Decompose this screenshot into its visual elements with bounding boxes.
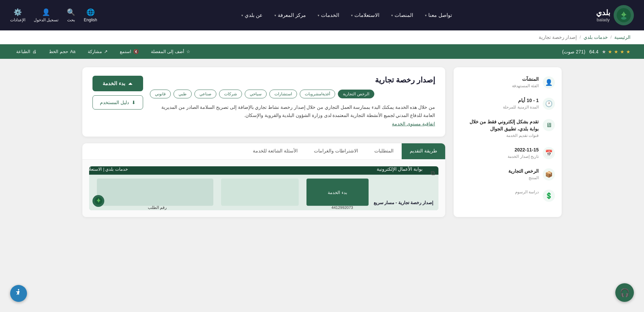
service-tags: الرخص التجارية أغذية/مشروبات استشارات سي… [150, 90, 435, 98]
svg-rect-7 [221, 178, 299, 206]
rating-value: 64.4 (271 صوت) [562, 49, 598, 54]
duration-label: المدة الزمنية للمرحلة [503, 105, 539, 110]
star-icon: ☆ [186, 49, 190, 54]
tag-commercial-licenses[interactable]: الرخص التجارية [338, 90, 374, 98]
search-button[interactable]: 🔍 بحث [67, 8, 75, 22]
chevron-down-icon: ▾ [274, 14, 276, 17]
logo-name-en: balady [596, 17, 610, 22]
nav-khadamat[interactable]: الخدمات ▾ [318, 12, 339, 18]
tag-legal[interactable]: قانوني [150, 90, 171, 98]
svg-text:خدمات بلدي | الاستعلام الإلكتر: خدمات بلدي | الاستعلام الإلكتروني | المن… [89, 167, 128, 172]
breadcrumb-current: إصدار رخصة تجارية [539, 34, 577, 40]
tab-application-method[interactable]: طريقة التقديم [402, 143, 445, 159]
font-size-button[interactable]: Aa حجم الخط [46, 48, 78, 55]
breadcrumb-sep-1: / [611, 35, 612, 40]
target-category-item: 👤 المنشآت الفئة المستهدفة [460, 76, 555, 89]
login-button[interactable]: 👤 تسجيل الدخول [34, 8, 58, 22]
target-category-label: الفئة المستهدفة [512, 83, 539, 88]
breadcrumb-sep-2: / [580, 35, 581, 40]
logo[interactable]: بلدي balady [596, 5, 634, 25]
print-button[interactable]: 🖨 الطباعة [14, 48, 39, 55]
accessibility-icon [15, 288, 23, 298]
date-label: تاريخ إصدار الخدمة [508, 154, 539, 159]
svg-text:بدء الخدمة: بدء الخدمة [328, 190, 347, 195]
tab-faq[interactable]: الأسئلة الشائعة للخدمة [245, 143, 306, 159]
tag-companies[interactable]: شركات [219, 90, 242, 98]
svg-rect-6 [97, 178, 213, 206]
tab-content: بوابة الأعمال الإلكترونية خدمات بلدي | ا… [82, 160, 445, 217]
service-buttons: ⏶ بدء الخدمة ⬇ دليل المستخدم [92, 76, 143, 110]
font-icon: Aa [70, 49, 76, 54]
channels-item: 🖥 تقدم بشكل إلكتروني فقط من خلال بوابة ب… [460, 118, 555, 138]
tabs-card: طريقة التقديم المتطلبات الاشتراطات والغر… [82, 143, 445, 217]
service-description: من خلال هذه الخدمة يمكنك البدء بممارسة ا… [150, 103, 435, 128]
share-icon: ↗ [104, 49, 108, 54]
svg-text:بوابة الأعمال الإلكترونية: بوابة الأعمال الإلكترونية [377, 166, 423, 172]
start-icon: ⏶ [128, 81, 133, 87]
chevron-down-icon: ▾ [318, 14, 319, 17]
header-actions: 🌐 English 🔍 بحث 👤 تسجيل الدخول ⚙️ الإعدا… [10, 8, 97, 22]
duration-value: 1 - 10 أيام [503, 97, 539, 104]
tag-food-beverages[interactable]: أغذية/مشروبات [300, 90, 335, 98]
share-button[interactable]: ↗ مشاركة [85, 48, 110, 55]
box-icon: 📦 [543, 168, 555, 181]
chevron-down-icon: ▾ [425, 14, 427, 17]
copy-icon: ⧉ [431, 170, 435, 177]
product-item: 📦 الرخص التجارية المنتج [460, 168, 555, 181]
star-3[interactable]: ★ [614, 49, 618, 54]
logo-name-ar: بلدي [596, 8, 610, 17]
settings-button[interactable]: ⚙️ الإعدادات [10, 8, 25, 22]
nav-an-balady[interactable]: عن بلدي ▾ [241, 12, 263, 18]
svg-text:رقم الطلب: رقم الطلب [148, 206, 167, 210]
channels-label: قنوات تقديم الخدمة [460, 133, 539, 138]
globe-icon: 🌐 [86, 8, 95, 16]
listen-button[interactable]: 🔇 استمع [117, 48, 141, 55]
accessibility-button[interactable] [10, 285, 27, 302]
nav-tawasol[interactable]: تواصل معنا ▾ [425, 12, 452, 18]
chevron-down-icon: ▾ [391, 14, 393, 17]
rating-section: ★ ★ ★ ★ ★ 64.4 (271 صوت) [562, 49, 630, 54]
date-item: 📅 2022-11-15 تاريخ إصدار الخدمة [460, 146, 555, 159]
tab-conditions-fines[interactable]: الاشتراطات والغرامات [306, 143, 366, 159]
video-caption: إصدار رخصة تجارية - مسار سريع [374, 200, 433, 205]
star-5[interactable]: ★ [602, 49, 606, 54]
video-thumbnail[interactable]: بوابة الأعمال الإلكترونية خدمات بلدي | ا… [89, 166, 438, 210]
tabs-row: طريقة التقديم المتطلبات الاشتراطات والغر… [82, 143, 445, 160]
service-level-link[interactable]: اتفاقية مستوى الخدمة [392, 121, 435, 126]
nav-manassat[interactable]: المنصات ▾ [391, 12, 413, 18]
star-2[interactable]: ★ [620, 49, 624, 54]
tag-tourism[interactable]: سياحي [245, 90, 267, 98]
service-sidebar: 👤 المنشآت الفئة المستهدفة 🕐 1 - 10 أيام … [454, 67, 562, 217]
logo-icon [614, 5, 634, 25]
monitor-icon: 🖥 [543, 119, 555, 131]
user-guide-button[interactable]: ⬇ دليل المستخدم [92, 95, 143, 110]
english-toggle[interactable]: 🌐 English [84, 8, 97, 22]
person-icon: 👤 [543, 76, 555, 89]
breadcrumb: الرئيسية / خدمات بلدي / إصدار رخصة تجاري… [0, 30, 644, 44]
svg-point-13 [18, 289, 19, 290]
breadcrumb-home[interactable]: الرئيسية [614, 34, 630, 40]
fees-item: 💲 دراسة الرسوم [460, 189, 555, 202]
breadcrumb-services[interactable]: خدمات بلدي [584, 34, 608, 40]
speaker-icon: 🔇 [133, 49, 139, 54]
tag-consultations[interactable]: استشارات [269, 90, 297, 98]
gear-icon: ⚙️ [14, 8, 22, 16]
header: بلدي balady تواصل معنا ▾ المنصات ▾ الاست… [0, 0, 644, 30]
star-4[interactable]: ★ [608, 49, 612, 54]
main-nav: تواصل معنا ▾ المنصات ▾ الاستعلامات ▾ الخ… [97, 12, 596, 18]
svg-text:4412992073: 4412992073 [331, 206, 353, 210]
add-favorite-button[interactable]: ☆ أضف إلى المفضلة [148, 48, 193, 55]
support-widget[interactable]: 🎧 [615, 283, 634, 302]
tag-medical[interactable]: طبي [173, 90, 192, 98]
nav-markazmaerifa[interactable]: مركز المعرفة ▾ [274, 12, 306, 18]
tab-requirements[interactable]: المتطلبات [366, 143, 402, 159]
headset-icon: 🎧 [620, 288, 630, 297]
download-icon: ⬇ [132, 100, 136, 105]
start-service-button[interactable]: ⏶ بدء الخدمة [92, 76, 143, 91]
fees-label: دراسة الرسوم [515, 190, 539, 194]
nav-estilam[interactable]: الاستعلامات ▾ [351, 12, 379, 18]
star-1[interactable]: ★ [626, 49, 630, 54]
user-icon: 👤 [42, 8, 50, 16]
tag-industrial[interactable]: صناعي [194, 90, 216, 98]
channels-value: تقدم بشكل إلكتروني فقط من خلال بوابة بلد… [460, 118, 539, 133]
